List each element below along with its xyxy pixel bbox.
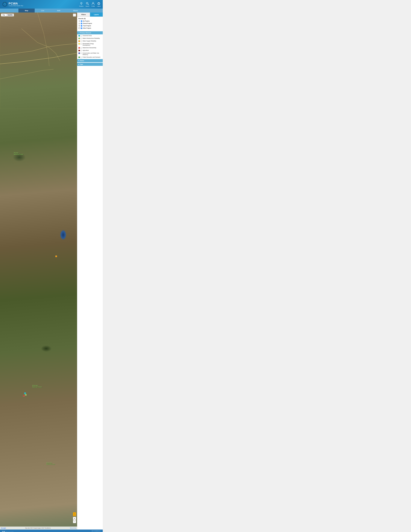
- map-type-controls: Map Satellite: [1, 14, 14, 16]
- other-projects-label: Other Projects: [83, 28, 91, 29]
- right-panel: Filters Layers Results (9) My Projects: [77, 12, 103, 530]
- zoom-controls: 🚶 + −: [73, 512, 76, 523]
- contact-us[interactable]: Contact Us: [2, 531, 14, 532]
- status-header[interactable]: Status: [77, 59, 103, 62]
- nav-icons: Projects Search Profile Logout: [79, 2, 101, 7]
- primary-element-header[interactable]: Primary Element: [77, 31, 103, 34]
- nav-logout[interactable]: Logout: [97, 2, 101, 7]
- renewable-label: Reviewable Energy Development: [83, 43, 102, 46]
- nav-search[interactable]: Search: [85, 2, 89, 7]
- panel-tabs: Filters Layers: [77, 12, 103, 17]
- filter-water-infra: Water Infrastructure Reliability: [77, 37, 103, 40]
- zoom-out-btn[interactable]: −: [73, 520, 76, 523]
- email-icon: [2, 531, 5, 532]
- header: PCWA County-Wide Master Plan Projects Se…: [0, 0, 103, 9]
- tab-share[interactable]: Share: [67, 9, 84, 12]
- map-fullscreen-btn[interactable]: [73, 14, 76, 17]
- my-projects-label: My Projects: [83, 20, 90, 22]
- nav-profile[interactable]: Profile: [91, 2, 95, 7]
- education-checkbox[interactable]: [81, 57, 82, 58]
- track-projects-icon: [78, 25, 80, 27]
- nav-logout-label: Logout: [97, 6, 101, 7]
- logo-area: PCWA County-Wide Master Plan: [2, 2, 23, 7]
- pcwa-logo-icon: [2, 2, 8, 7]
- nav-projects[interactable]: Projects: [79, 2, 84, 7]
- conservation-checkbox[interactable]: [81, 53, 82, 54]
- map-marker-red[interactable]: [23, 395, 25, 397]
- svg-rect-14: [56, 256, 57, 257]
- search-icon: [86, 2, 89, 5]
- panel-tab-filters[interactable]: Filters: [77, 12, 90, 17]
- svg-point-16: [79, 25, 80, 26]
- legend-shared-projects: Shared Projects: [78, 23, 102, 24]
- agriculture-color: [78, 50, 80, 51]
- tab-bar: Map List Add Share: [0, 9, 103, 12]
- svg-point-7: [93, 2, 94, 4]
- track-projects-checkbox[interactable]: [81, 25, 82, 27]
- conservation-label: Conservation and Water Use Efficiency: [83, 52, 102, 55]
- map-data-text: Map data ©2017 Google Imagery ©2017 Terr…: [25, 528, 51, 529]
- renewable-color: [78, 43, 80, 45]
- legend-other-projects: Other Projects: [78, 27, 102, 29]
- my-projects-checkbox[interactable]: [81, 20, 82, 22]
- other-projects-checkbox[interactable]: [81, 28, 82, 29]
- svg-point-1: [4, 5, 6, 6]
- power-icon: [97, 2, 101, 5]
- map-terrain: [0, 12, 77, 530]
- agriculture-checkbox[interactable]: [81, 50, 82, 51]
- primary-element-section: Primary Element Unserved Areas Water Inf…: [77, 31, 103, 58]
- type-section: Type: [77, 63, 103, 66]
- filter-unserved: Unserved Areas: [77, 34, 103, 37]
- shared-projects-icon: [78, 23, 80, 24]
- rmc-label: RMC: [94, 532, 99, 532]
- map-type-satellite-btn[interactable]: Satellite: [6, 14, 14, 16]
- zoom-in-btn[interactable]: +: [73, 517, 76, 520]
- terms-of-use-link[interactable]: Terms of Use: [70, 528, 76, 529]
- results-count: Results (9): [78, 18, 102, 19]
- person-icon: [91, 2, 95, 5]
- education-label: Public Education and Outreach: [83, 57, 100, 58]
- svg-rect-12: [24, 392, 26, 394]
- results-section: Results (9) My Projects: [77, 17, 103, 31]
- nav-profile-label: Profile: [92, 6, 95, 7]
- type-label: Type: [80, 64, 83, 65]
- water-infra-color: [78, 38, 80, 39]
- app-name: PCWA: [9, 2, 23, 5]
- legend-track-projects: Track Projects: [78, 25, 102, 27]
- watershed-checkbox[interactable]: [81, 47, 82, 49]
- track-projects-label: Track Projects: [83, 25, 91, 27]
- filter-water-supply: Water Supply Reliability: [77, 40, 103, 42]
- map-type-map-btn[interactable]: Map: [1, 14, 6, 16]
- shared-projects-checkbox[interactable]: [81, 23, 82, 24]
- unserved-checkbox[interactable]: [81, 35, 82, 37]
- filter-agriculture: Agriculture: [77, 49, 103, 52]
- tab-map[interactable]: Map: [19, 9, 35, 12]
- tab-add[interactable]: Add: [51, 9, 67, 12]
- svg-line-6: [88, 4, 89, 5]
- water-supply-label: Water Supply Reliability: [83, 40, 96, 42]
- svg-point-17: [79, 26, 80, 26]
- legend-my-projects: My Projects: [78, 20, 102, 22]
- panel-tab-layers[interactable]: Layers: [90, 12, 103, 17]
- nav-search-label: Search: [85, 6, 89, 7]
- svg-rect-18: [79, 28, 80, 29]
- contact-us-label: Contact Us: [6, 531, 14, 532]
- powered-by-text: OPTI POWERED BY: [92, 530, 101, 532]
- renewable-checkbox[interactable]: [81, 43, 82, 45]
- type-header[interactable]: Type: [77, 63, 103, 66]
- water-supply-checkbox[interactable]: [81, 40, 82, 42]
- unserved-label: Unserved Areas: [83, 35, 92, 36]
- nav-projects-label: Projects: [79, 6, 84, 7]
- water-infra-checkbox[interactable]: [81, 38, 82, 39]
- status-label: Status: [80, 60, 84, 61]
- pegman-btn[interactable]: 🚶: [73, 512, 76, 516]
- map-marker-green[interactable]: [25, 394, 27, 396]
- status-section: Status: [77, 59, 103, 62]
- app-subtitle: County-Wide Master Plan: [9, 5, 23, 7]
- watershed-color: [78, 47, 80, 49]
- other-projects-icon: [78, 27, 80, 29]
- tab-list[interactable]: List: [35, 9, 51, 12]
- map-area[interactable]: PlumasNational Forest EldoradoNational F…: [0, 12, 77, 530]
- conservation-color: [78, 52, 80, 54]
- map-marker-orange[interactable]: [56, 256, 57, 257]
